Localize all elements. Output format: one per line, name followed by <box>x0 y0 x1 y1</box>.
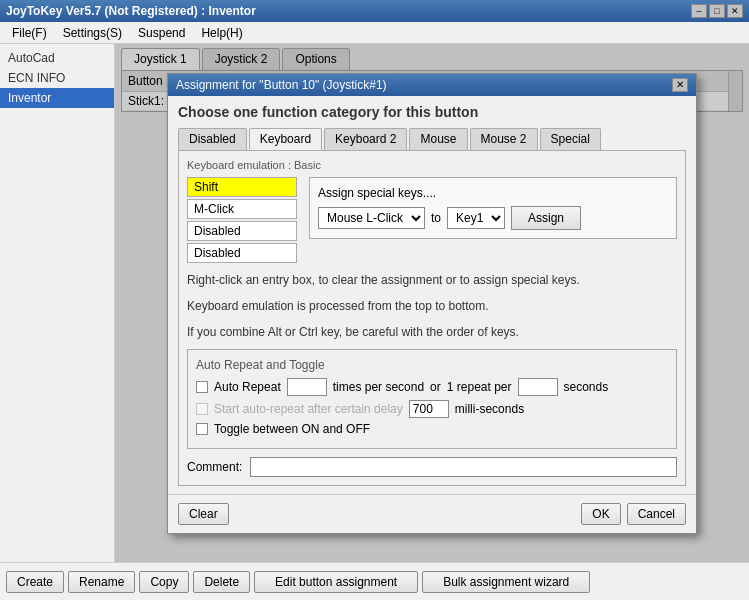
auto-repeat-title: Auto Repeat and Toggle <box>196 358 668 372</box>
repeat-per-input[interactable] <box>518 378 558 396</box>
sidebar-item-ecninfo[interactable]: ECN INFO <box>0 68 114 88</box>
bottom-toolbar: Create Rename Copy Delete Edit button as… <box>0 562 749 600</box>
info-line-3: If you combine Alt or Ctrl key, be caref… <box>187 323 677 341</box>
window-title: JoyToKey Ver5.7 (Not Registered) : Inven… <box>6 4 256 18</box>
copy-button[interactable]: Copy <box>139 571 189 593</box>
keyboard-area: Shift M-Click Disabled Disabled Assign s… <box>187 177 677 263</box>
auto-repeat-box: Auto Repeat and Toggle Auto Repeat times… <box>187 349 677 449</box>
milli-label: milli-seconds <box>455 402 524 416</box>
comment-input[interactable] <box>250 457 677 477</box>
key-item-1[interactable]: M-Click <box>187 199 297 219</box>
modal-tabs: Disabled Keyboard Keyboard 2 Mouse Mouse… <box>178 128 686 151</box>
menu-suspend[interactable]: Suspend <box>130 24 193 42</box>
title-bar: JoyToKey Ver5.7 (Not Registered) : Inven… <box>0 0 749 22</box>
modal-tab-special[interactable]: Special <box>540 128 601 150</box>
key-item-3[interactable]: Disabled <box>187 243 297 263</box>
modal-footer: Clear OK Cancel <box>168 494 696 533</box>
modal-tab-mouse2[interactable]: Mouse 2 <box>470 128 538 150</box>
menu-help[interactable]: Help(H) <box>193 24 250 42</box>
menu-file[interactable]: File(F) <box>4 24 55 42</box>
comment-row: Comment: <box>187 457 677 477</box>
ok-button[interactable]: OK <box>581 503 620 525</box>
rename-button[interactable]: Rename <box>68 571 135 593</box>
sidebar-item-inventor[interactable]: Inventor <box>0 88 114 108</box>
special-keys-label: Assign special keys.... <box>318 186 668 200</box>
panel-label: Keyboard emulation : Basic <box>187 159 677 171</box>
toggle-label: Toggle between ON and OFF <box>214 422 370 436</box>
bulk-wizard-button[interactable]: Bulk assignment wizard <box>422 571 590 593</box>
times-per-second-input[interactable] <box>287 378 327 396</box>
edit-assignment-button[interactable]: Edit button assignment <box>254 571 418 593</box>
modal-tab-disabled[interactable]: Disabled <box>178 128 247 150</box>
times-label: times per second <box>333 380 424 394</box>
modal-title-bar: Assignment for "Button 10" (Joystick#1) … <box>168 74 696 96</box>
key-item-0[interactable]: Shift <box>187 177 297 197</box>
modal-overlay: Assignment for "Button 10" (Joystick#1) … <box>115 44 749 562</box>
sidebar: AutoCad ECN INFO Inventor <box>0 44 115 562</box>
auto-repeat-row1: Auto Repeat times per second or 1 repeat… <box>196 378 668 396</box>
special-keys-row: Mouse L-Click to Key1 Assign <box>318 206 668 230</box>
delay-checkbox[interactable] <box>196 403 208 415</box>
assign-button[interactable]: Assign <box>511 206 581 230</box>
or-label: or <box>430 380 441 394</box>
main-container: AutoCad ECN INFO Inventor Joystick 1 Joy… <box>0 44 749 562</box>
info-line-1: Right-click an entry box, to clear the a… <box>187 271 677 289</box>
modal-panel: Keyboard emulation : Basic Shift M-Click… <box>178 151 686 486</box>
delay-input[interactable] <box>409 400 449 418</box>
menu-settings[interactable]: Settings(S) <box>55 24 130 42</box>
from-select[interactable]: Mouse L-Click <box>318 207 425 229</box>
comment-label: Comment: <box>187 460 242 474</box>
repeat-per-label: 1 repeat per <box>447 380 512 394</box>
modal-close-button[interactable]: ✕ <box>672 78 688 92</box>
delay-label: Start auto-repeat after certain delay <box>214 402 403 416</box>
create-button[interactable]: Create <box>6 571 64 593</box>
assignment-modal: Assignment for "Button 10" (Joystick#1) … <box>167 73 697 534</box>
key-list: Shift M-Click Disabled Disabled <box>187 177 297 263</box>
auto-repeat-checkbox[interactable] <box>196 381 208 393</box>
modal-heading: Choose one function category for this bu… <box>178 104 686 120</box>
cancel-button[interactable]: Cancel <box>627 503 686 525</box>
auto-repeat-label: Auto Repeat <box>214 380 281 394</box>
footer-right-buttons: OK Cancel <box>581 503 686 525</box>
modal-title: Assignment for "Button 10" (Joystick#1) <box>176 78 387 92</box>
delete-button[interactable]: Delete <box>193 571 250 593</box>
to-select[interactable]: Key1 <box>447 207 505 229</box>
to-label: to <box>431 211 441 225</box>
content-area: Joystick 1 Joystick 2 Options Button Fun… <box>115 44 749 562</box>
toggle-checkbox[interactable] <box>196 423 208 435</box>
modal-body: Choose one function category for this bu… <box>168 96 696 494</box>
seconds-label: seconds <box>564 380 609 394</box>
special-keys-box: Assign special keys.... Mouse L-Click to… <box>309 177 677 239</box>
info-line-2: Keyboard emulation is processed from the… <box>187 297 677 315</box>
clear-button[interactable]: Clear <box>178 503 229 525</box>
close-button[interactable]: ✕ <box>727 4 743 18</box>
key-item-2[interactable]: Disabled <box>187 221 297 241</box>
auto-repeat-row2: Start auto-repeat after certain delay mi… <box>196 400 668 418</box>
modal-tab-mouse[interactable]: Mouse <box>409 128 467 150</box>
modal-tab-keyboard[interactable]: Keyboard <box>249 128 322 150</box>
window-controls: – □ ✕ <box>691 4 743 18</box>
menu-bar: File(F) Settings(S) Suspend Help(H) <box>0 22 749 44</box>
maximize-button[interactable]: □ <box>709 4 725 18</box>
sidebar-item-autocad[interactable]: AutoCad <box>0 48 114 68</box>
modal-tab-keyboard2[interactable]: Keyboard 2 <box>324 128 407 150</box>
auto-repeat-row3: Toggle between ON and OFF <box>196 422 668 436</box>
minimize-button[interactable]: – <box>691 4 707 18</box>
